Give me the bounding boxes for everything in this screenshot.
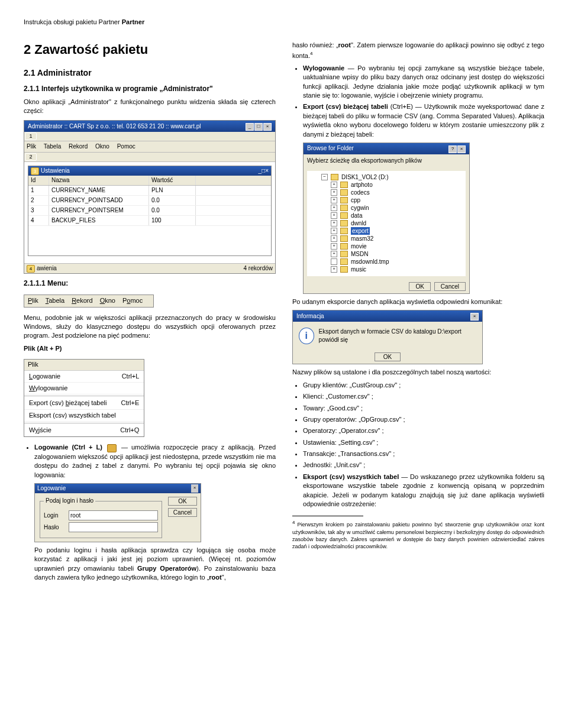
para-after-login: Po podaniu loginu i hasła aplikacja spra… [34, 546, 276, 583]
doc-header: Instrukcja obsługi pakietu Partner Partn… [24, 18, 544, 27]
left-column: 2 Zawartość pakietu 2.1 Administrator 2.… [24, 37, 276, 585]
bullet-list-right-1: Wylogowanie — Po wybraniu tej opcji zamy… [292, 64, 544, 139]
subsubsection-title: 2.1.1 Interfejs użytkownika w programie … [24, 84, 276, 94]
admin-menubar[interactable]: Plik Tabela Rekord Okno Pomoc [24, 141, 275, 153]
footnote-4: 4 Pierwszym krokiem po zainstalowaniu pa… [292, 520, 544, 550]
para-right-3: Nazwy plików są ustalone i dla poszczegó… [292, 368, 544, 377]
admin-window-screenshot: Administrator :: CART Sp z o.o. :: tel. … [24, 120, 276, 274]
marker-2: 2 [25, 153, 37, 161]
table-row[interactable]: 1CURRENCY_NAMEPLN [28, 186, 271, 196]
admin-window-title: Administrator :: CART Sp z o.o. :: tel. … [28, 122, 201, 131]
password-input[interactable] [69, 522, 158, 532]
bullet-list-left: Logowanie (Ctrl + L) — umożliwia rozpocz… [24, 443, 276, 480]
ok-button[interactable]: OK [168, 497, 197, 506]
list-item: Towary: „Good.csv" ; [303, 404, 544, 413]
list-item: Logowanie (Ctrl + L) — umożliwia rozpocz… [34, 443, 276, 480]
list-item: Ustawienia: „Setting.csv" ; [303, 438, 544, 447]
table-row[interactable]: 3CURRENCY_POINTSREM0.0 [28, 206, 271, 216]
info-dialog: Informacja× i Eksport danych w formacie … [292, 310, 483, 364]
section-title: 2 Zawartość pakietu [24, 41, 276, 59]
list-item: Grupy klientów: „CustGroup.csv" ; [303, 381, 544, 390]
subsection-title: 2.1 Administrator [24, 67, 276, 79]
para-menu: Menu, podobnie jak w większości aplikacj… [24, 313, 276, 341]
ok-button[interactable]: OK [409, 282, 430, 291]
file-list: Grupy klientów: „CustGroup.csv" ; Klienc… [292, 381, 544, 509]
ok-button[interactable]: OK [375, 352, 401, 361]
settings-subwindow: 3Ustawienia _□× Id Nazwa Wartość 1CURREN… [28, 166, 272, 256]
list-item: Operatorzy: „Operator.csv" ; [303, 426, 544, 435]
para-intro: Okno aplikacji „Administrator" z funkcjo… [24, 98, 276, 116]
menu-strip-image: PlikTabelaRekordOknoPomoc [24, 295, 154, 307]
marker-1: 1 [25, 132, 37, 140]
folder-tree[interactable]: −DISK1_VOL2 (D:) +artphoto +codecs +cpp … [307, 171, 466, 276]
para-right-1: hasło również: „root". Zatem pierwsze lo… [292, 41, 544, 60]
right-column: hasło również: „root". Zatem pierwsze lo… [292, 37, 544, 585]
cancel-button[interactable]: Cancel [168, 508, 197, 517]
footnote-rule [292, 516, 363, 516]
plik-heading: Plik (Alt + P) [24, 344, 276, 353]
two-column-layout: 2 Zawartość pakietu 2.1 Administrator 2.… [24, 37, 544, 585]
list-item: Grupy operatorów: „OpGroup.csv" ; [303, 415, 544, 424]
login-window-image: Logowanie× Podaj login i hasło Login Has… [34, 483, 201, 542]
info-icon: i [299, 328, 314, 344]
list-item: Export (csv) bieżącej tabeli (Ctrl+E) — … [303, 102, 544, 139]
table-row[interactable]: 2CURRENCY_POINTSADD0.0 [28, 196, 271, 206]
list-item: Eksport (csv) wszystkich tabel — Do wska… [303, 473, 544, 509]
list-item: Jednostki: „Unit.csv" ; [303, 461, 544, 470]
plik-dropdown-image: Plik LogowanieCtrl+L Wylogowanie Export … [24, 359, 144, 437]
info-message: Eksport danych w formacie CSV do katalog… [319, 328, 476, 344]
table-header[interactable]: Id Nazwa Wartość [28, 176, 271, 186]
menu-heading: 2.1.1.1 Menu: [24, 279, 276, 289]
table-row[interactable]: 4BACKUP_FILES100 [28, 216, 271, 226]
key-icon [107, 444, 117, 452]
list-item: Wylogowanie — Po wybraniu tej opcji zamy… [303, 64, 544, 101]
list-item: Klienci: „Customer.csv" ; [303, 392, 544, 401]
status-bar: 4awienia 4 rekordów [24, 263, 275, 273]
window-buttons[interactable]: _□× [245, 122, 272, 131]
list-item: Transakcje: „Transactions.csv" ; [303, 449, 544, 458]
cancel-button[interactable]: Cancel [434, 282, 466, 291]
para-right-2: Po udanym eksporcie danych aplikacja wyś… [292, 297, 544, 306]
browse-folder-window: Browse for Folder?× Wybierz ścieżkę dla … [303, 143, 470, 294]
login-input[interactable] [69, 510, 158, 520]
